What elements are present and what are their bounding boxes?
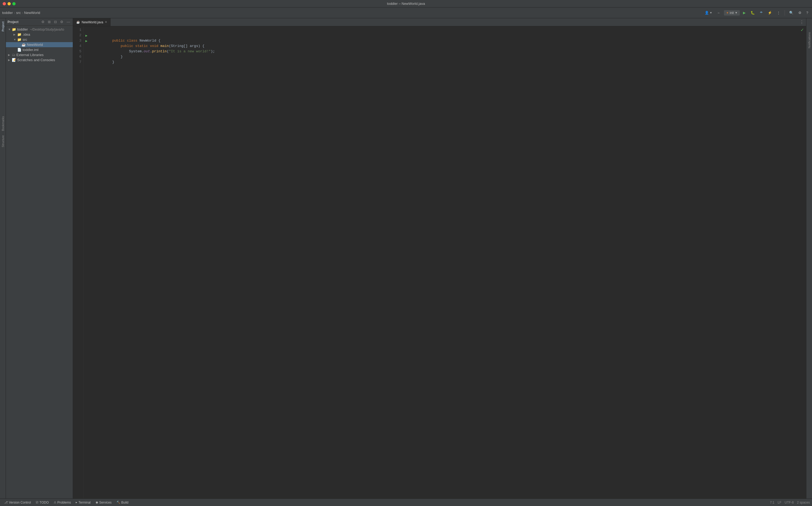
tree-item-toddler[interactable]: ▼ 📁 toddler ~/Desktop/Study/java/to — [6, 27, 73, 32]
line-num-7: 7 — [73, 60, 81, 65]
tree-label-newworld: NewWorld — [27, 43, 43, 47]
notifications-label[interactable]: Notifications — [807, 30, 811, 51]
build-icon: 🔨 — [117, 501, 120, 504]
gutter-run-3[interactable]: ▶ — [84, 38, 89, 44]
type-string: String — [171, 44, 184, 48]
terminal-btn[interactable]: ▸ Terminal — [74, 500, 93, 505]
gutter-7 — [84, 60, 89, 65]
problems-icon: ⚠ — [54, 501, 56, 504]
tree-item-scratches[interactable]: ▶ 📝 Scratches and Consoles — [6, 58, 73, 63]
class-name-newworld: NewWorld — [139, 38, 158, 43]
bookmarks-panel-label[interactable]: Bookmarks — [1, 114, 5, 133]
settings-button[interactable]: ⚙ — [797, 10, 803, 16]
editor-tab-newworld[interactable]: ☕ NewWorld.java ✕ — [73, 18, 110, 26]
code-content[interactable]: public class NewWorld { public static vo… — [89, 26, 806, 499]
more-run-button[interactable]: ⋮ — [775, 10, 782, 16]
structure-panel-label[interactable]: Structure — [1, 133, 5, 150]
tab-label: NewWorld.java — [82, 20, 103, 24]
minimize-button[interactable] — [7, 2, 11, 5]
debug-button[interactable]: 🐛 — [749, 10, 756, 16]
paren-close: ) { — [198, 44, 204, 48]
sidebar-close-btn[interactable]: — — [66, 19, 71, 24]
profile-run-button[interactable]: ⚡ — [766, 10, 773, 16]
version-control-icon: ⎇ — [4, 501, 8, 504]
services-icon: ◉ — [95, 501, 98, 504]
field-out: out — [144, 50, 150, 54]
tree-label-iml: toddler.iml — [22, 48, 39, 52]
run-button[interactable]: ▶ — [741, 10, 747, 16]
status-encoding[interactable]: LF — [778, 501, 782, 504]
traffic-lights — [3, 2, 16, 5]
sidebar-options-btn[interactable]: ⚙ — [59, 19, 64, 24]
method-main: main — [160, 44, 169, 48]
brace-close-outer: } — [112, 60, 115, 64]
sidebar-toolbar: Project ⚙ ⊞ ⊟ ⚙ — — [6, 18, 73, 26]
run-icon: ▶ — [743, 11, 746, 15]
status-right: 7:1 LF UTF-8 2 spaces — [770, 501, 810, 504]
tab-close-button[interactable]: ✕ — [105, 20, 107, 24]
line-num-6: 6 — [73, 54, 81, 60]
tab-java-icon: ☕ — [76, 20, 80, 24]
tree-icon-newworld: ☕ — [21, 43, 26, 47]
tree-label-src: src — [22, 37, 27, 41]
tree-arrow-src: ▼ — [13, 38, 16, 41]
kw-static: static — [135, 44, 150, 48]
version-control-label: Version Control — [9, 501, 31, 504]
paren-2-close: ); — [211, 50, 215, 54]
run-config-label: init — [730, 11, 734, 15]
toolbar-separator — [785, 10, 785, 15]
profile-button[interactable]: 👤 ▼ — [703, 10, 714, 16]
project-panel-label[interactable]: Project — [1, 19, 5, 33]
run-config-icon: ✦ — [726, 11, 729, 15]
search-button[interactable]: 🔍 — [788, 10, 795, 16]
todo-btn[interactable]: ☑ TODO — [33, 500, 51, 505]
maximize-button[interactable] — [12, 2, 16, 5]
line-num-4: 4 — [73, 44, 81, 49]
tree-item-external-libs[interactable]: ▶ 🗂 External Libraries — [6, 52, 73, 58]
gutter-4 — [84, 44, 89, 49]
code-editor[interactable]: ✓ 1 2 3 4 5 6 7 ▶ ▶ — [73, 26, 806, 499]
version-control-btn[interactable]: ⎇ Version Control — [2, 500, 33, 505]
breadcrumb-project[interactable]: toddler — [2, 11, 13, 15]
run-config-selector[interactable]: ✦ init ▼ — [724, 10, 740, 15]
bracket-open: [] — [183, 44, 188, 48]
sidebar-collapse-btn[interactable]: ⊟ — [53, 19, 58, 24]
method-println: println — [152, 50, 167, 54]
close-button[interactable] — [3, 2, 6, 5]
tree-arrow-scratches: ▶ — [8, 59, 11, 62]
status-indent[interactable]: 2 spaces — [797, 501, 810, 504]
gutter-run-2[interactable]: ▶ — [84, 33, 89, 38]
status-charset[interactable]: UTF-8 — [785, 501, 794, 504]
problems-btn[interactable]: ⚠ Problems — [52, 500, 73, 505]
param-args: args — [188, 44, 198, 48]
back-button[interactable]: ← — [716, 10, 722, 16]
help-button[interactable]: ? — [805, 10, 810, 16]
terminal-icon: ▸ — [76, 501, 77, 504]
breadcrumb-src[interactable]: src — [16, 11, 21, 15]
breadcrumb-sep2: › — [22, 11, 23, 15]
debug-icon: 🐛 — [750, 11, 755, 15]
profile-dropdown-icon: ▼ — [710, 11, 712, 14]
tree-item-iml[interactable]: ▶ 📄 toddler.iml — [6, 47, 73, 52]
tree-item-newworld[interactable]: ▶ ☕ NewWorld — [6, 42, 73, 47]
breadcrumb-file[interactable]: NewWorld — [24, 11, 40, 15]
build-label: Build — [121, 501, 129, 504]
status-position[interactable]: 7:1 — [770, 501, 774, 504]
line-num-2: 2 — [73, 33, 81, 38]
tree-item-idea[interactable]: ▶ 📁 .idea — [6, 32, 73, 37]
todo-label: TODO — [40, 501, 49, 504]
window-title: toddler – NewWorld.java — [387, 2, 425, 6]
tree-item-src[interactable]: ▼ 📁 src — [6, 37, 73, 42]
services-btn[interactable]: ◉ Services — [93, 500, 114, 505]
editor-area: ☕ NewWorld.java ✕ ⋮ ✓ 1 2 3 4 5 6 7 — [73, 18, 806, 499]
search-icon: 🔍 — [789, 11, 794, 15]
tabs-actions[interactable]: ⋮ — [798, 20, 806, 25]
sidebar-settings-btn[interactable]: ⚙ — [40, 19, 46, 24]
help-icon: ? — [806, 11, 808, 15]
services-label: Services — [99, 501, 112, 504]
sidebar-expand-btn[interactable]: ⊞ — [47, 19, 52, 24]
coverage-button[interactable]: ☂ — [758, 10, 764, 16]
gutter-6 — [84, 54, 89, 60]
line-num-3: 3 — [73, 38, 81, 44]
build-btn[interactable]: 🔨 Build — [115, 500, 131, 505]
